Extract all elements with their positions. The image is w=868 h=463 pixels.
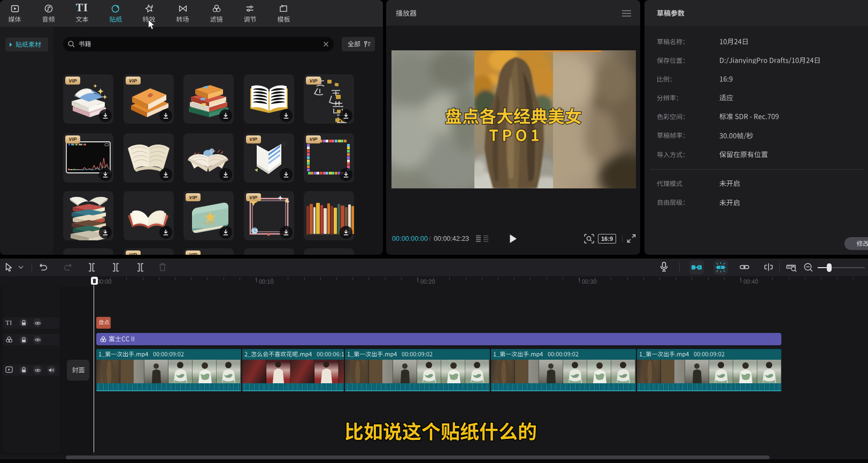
svg-text:magic: magic: [204, 221, 215, 225]
